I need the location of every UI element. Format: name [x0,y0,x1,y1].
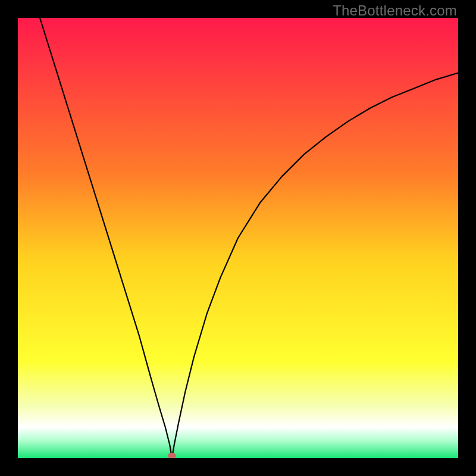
watermark-text: TheBottleneck.com [333,2,457,19]
chart-frame [18,18,458,458]
chart-svg [18,18,458,458]
